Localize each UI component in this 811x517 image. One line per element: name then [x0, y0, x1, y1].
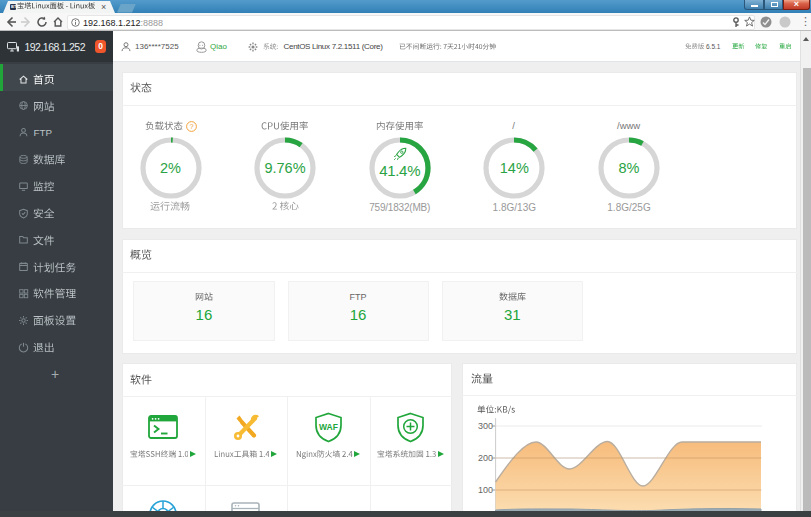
svg-text:300: 300	[478, 421, 493, 431]
svg-text:WAF: WAF	[319, 422, 338, 432]
svg-text:200: 200	[478, 453, 493, 463]
svg-text:?: ?	[189, 122, 193, 131]
svg-text:100: 100	[478, 485, 493, 495]
